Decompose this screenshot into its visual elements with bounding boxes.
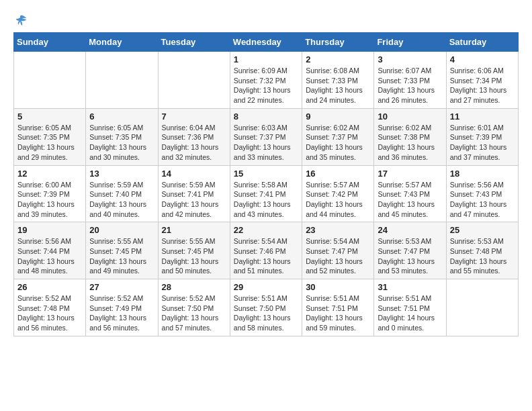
day-detail: Sunrise: 6:05 AM Sunset: 7:35 PM Dayligh… bbox=[17, 123, 82, 163]
day-number: 11 bbox=[450, 111, 515, 122]
day-number: 8 bbox=[234, 111, 298, 122]
day-detail: Sunrise: 6:05 AM Sunset: 7:35 PM Dayligh… bbox=[89, 123, 154, 163]
calendar-cell: 21Sunrise: 5:55 AM Sunset: 7:45 PM Dayli… bbox=[158, 222, 230, 279]
calendar-cell: 24Sunrise: 5:53 AM Sunset: 7:47 PM Dayli… bbox=[374, 222, 446, 279]
calendar-cell: 5Sunrise: 6:05 AM Sunset: 7:35 PM Daylig… bbox=[14, 108, 86, 165]
calendar-cell: 4Sunrise: 6:06 AM Sunset: 7:34 PM Daylig… bbox=[446, 52, 518, 109]
day-detail: Sunrise: 5:55 AM Sunset: 7:45 PM Dayligh… bbox=[162, 236, 226, 276]
calendar-cell: 17Sunrise: 5:57 AM Sunset: 7:43 PM Dayli… bbox=[374, 165, 446, 222]
day-number: 18 bbox=[450, 169, 515, 179]
day-detail: Sunrise: 5:54 AM Sunset: 7:46 PM Dayligh… bbox=[234, 236, 298, 276]
day-detail: Sunrise: 6:06 AM Sunset: 7:34 PM Dayligh… bbox=[450, 66, 515, 105]
day-number: 24 bbox=[378, 225, 442, 235]
day-detail: Sunrise: 5:57 AM Sunset: 7:42 PM Dayligh… bbox=[306, 180, 370, 220]
day-detail: Sunrise: 5:55 AM Sunset: 7:45 PM Dayligh… bbox=[89, 236, 154, 276]
calendar-cell: 7Sunrise: 6:04 AM Sunset: 7:36 PM Daylig… bbox=[158, 108, 230, 165]
day-detail: Sunrise: 5:52 AM Sunset: 7:48 PM Dayligh… bbox=[17, 293, 82, 333]
day-number: 21 bbox=[162, 225, 226, 235]
day-number: 1 bbox=[234, 54, 298, 64]
calendar-cell: 6Sunrise: 6:05 AM Sunset: 7:35 PM Daylig… bbox=[86, 108, 158, 165]
day-detail: Sunrise: 6:09 AM Sunset: 7:32 PM Dayligh… bbox=[234, 66, 298, 105]
calendar-cell: 22Sunrise: 5:54 AM Sunset: 7:46 PM Dayli… bbox=[230, 222, 302, 279]
calendar-week-row: 1Sunrise: 6:09 AM Sunset: 7:32 PM Daylig… bbox=[14, 52, 519, 109]
calendar-cell: 25Sunrise: 5:53 AM Sunset: 7:48 PM Dayli… bbox=[446, 222, 518, 279]
day-number: 29 bbox=[234, 282, 298, 292]
day-number: 6 bbox=[89, 111, 154, 122]
calendar-cell: 23Sunrise: 5:54 AM Sunset: 7:47 PM Dayli… bbox=[302, 222, 374, 279]
day-number: 26 bbox=[17, 282, 82, 292]
header-monday: Monday bbox=[86, 33, 158, 52]
calendar-cell: 16Sunrise: 5:57 AM Sunset: 7:42 PM Dayli… bbox=[302, 165, 374, 222]
day-detail: Sunrise: 6:02 AM Sunset: 7:38 PM Dayligh… bbox=[378, 123, 442, 163]
day-detail: Sunrise: 5:53 AM Sunset: 7:48 PM Dayligh… bbox=[450, 236, 515, 276]
day-number: 14 bbox=[162, 169, 226, 179]
day-number: 30 bbox=[306, 282, 370, 292]
day-number: 17 bbox=[378, 169, 442, 179]
day-detail: Sunrise: 6:04 AM Sunset: 7:36 PM Dayligh… bbox=[162, 123, 226, 163]
day-detail: Sunrise: 6:08 AM Sunset: 7:33 PM Dayligh… bbox=[306, 66, 370, 105]
logo-bird-icon bbox=[14, 13, 29, 28]
day-number: 16 bbox=[306, 169, 370, 179]
day-number: 12 bbox=[17, 169, 82, 179]
calendar-cell: 8Sunrise: 6:03 AM Sunset: 7:37 PM Daylig… bbox=[230, 108, 302, 165]
calendar-week-row: 5Sunrise: 6:05 AM Sunset: 7:35 PM Daylig… bbox=[14, 108, 519, 165]
day-detail: Sunrise: 5:51 AM Sunset: 7:51 PM Dayligh… bbox=[378, 293, 442, 333]
day-detail: Sunrise: 5:52 AM Sunset: 7:49 PM Dayligh… bbox=[89, 293, 154, 333]
calendar-week-row: 19Sunrise: 5:56 AM Sunset: 7:44 PM Dayli… bbox=[14, 222, 519, 279]
calendar-cell bbox=[86, 52, 158, 109]
calendar-cell: 1Sunrise: 6:09 AM Sunset: 7:32 PM Daylig… bbox=[230, 52, 302, 109]
day-number: 20 bbox=[89, 225, 154, 235]
day-detail: Sunrise: 6:03 AM Sunset: 7:37 PM Dayligh… bbox=[234, 123, 298, 163]
header-saturday: Saturday bbox=[446, 33, 518, 52]
day-detail: Sunrise: 5:52 AM Sunset: 7:50 PM Dayligh… bbox=[162, 293, 226, 333]
day-number: 15 bbox=[234, 169, 298, 179]
header-wednesday: Wednesday bbox=[230, 33, 302, 52]
day-number: 27 bbox=[89, 282, 154, 292]
calendar-cell: 2Sunrise: 6:08 AM Sunset: 7:33 PM Daylig… bbox=[302, 52, 374, 109]
header-thursday: Thursday bbox=[302, 33, 374, 52]
day-number: 23 bbox=[306, 225, 370, 235]
day-detail: Sunrise: 5:59 AM Sunset: 7:41 PM Dayligh… bbox=[162, 180, 226, 220]
calendar-cell: 10Sunrise: 6:02 AM Sunset: 7:38 PM Dayli… bbox=[374, 108, 446, 165]
calendar-cell: 26Sunrise: 5:52 AM Sunset: 7:48 PM Dayli… bbox=[14, 279, 86, 336]
calendar-cell: 12Sunrise: 6:00 AM Sunset: 7:39 PM Dayli… bbox=[14, 165, 86, 222]
day-detail: Sunrise: 5:54 AM Sunset: 7:47 PM Dayligh… bbox=[306, 236, 370, 276]
day-detail: Sunrise: 5:57 AM Sunset: 7:43 PM Dayligh… bbox=[378, 180, 442, 220]
calendar-cell bbox=[158, 52, 230, 109]
day-number: 10 bbox=[378, 111, 442, 122]
calendar-week-row: 12Sunrise: 6:00 AM Sunset: 7:39 PM Dayli… bbox=[14, 165, 519, 222]
header-friday: Friday bbox=[374, 33, 446, 52]
calendar-table: SundayMondayTuesdayWednesdayThursdayFrid… bbox=[13, 32, 519, 336]
day-number: 7 bbox=[162, 111, 226, 122]
day-detail: Sunrise: 5:56 AM Sunset: 7:43 PM Dayligh… bbox=[450, 180, 515, 220]
calendar-cell: 11Sunrise: 6:01 AM Sunset: 7:39 PM Dayli… bbox=[446, 108, 518, 165]
header-tuesday: Tuesday bbox=[158, 33, 230, 52]
day-detail: Sunrise: 5:51 AM Sunset: 7:50 PM Dayligh… bbox=[234, 293, 298, 333]
header-sunday: Sunday bbox=[14, 33, 86, 52]
day-detail: Sunrise: 5:56 AM Sunset: 7:44 PM Dayligh… bbox=[17, 236, 82, 276]
calendar-cell: 9Sunrise: 6:02 AM Sunset: 7:37 PM Daylig… bbox=[302, 108, 374, 165]
calendar-cell: 3Sunrise: 6:07 AM Sunset: 7:33 PM Daylig… bbox=[374, 52, 446, 109]
calendar-cell: 18Sunrise: 5:56 AM Sunset: 7:43 PM Dayli… bbox=[446, 165, 518, 222]
day-detail: Sunrise: 5:51 AM Sunset: 7:51 PM Dayligh… bbox=[306, 293, 370, 333]
day-detail: Sunrise: 5:53 AM Sunset: 7:47 PM Dayligh… bbox=[378, 236, 442, 276]
calendar-cell: 27Sunrise: 5:52 AM Sunset: 7:49 PM Dayli… bbox=[86, 279, 158, 336]
calendar-cell: 28Sunrise: 5:52 AM Sunset: 7:50 PM Dayli… bbox=[158, 279, 230, 336]
calendar-cell: 14Sunrise: 5:59 AM Sunset: 7:41 PM Dayli… bbox=[158, 165, 230, 222]
day-detail: Sunrise: 6:07 AM Sunset: 7:33 PM Dayligh… bbox=[378, 66, 442, 105]
day-number: 19 bbox=[17, 225, 82, 235]
day-number: 9 bbox=[306, 111, 370, 122]
day-number: 3 bbox=[378, 54, 442, 64]
calendar-cell: 15Sunrise: 5:58 AM Sunset: 7:41 PM Dayli… bbox=[230, 165, 302, 222]
day-number: 31 bbox=[378, 282, 442, 292]
day-number: 5 bbox=[17, 111, 82, 122]
calendar-cell bbox=[446, 279, 518, 336]
day-number: 2 bbox=[306, 54, 370, 64]
day-number: 25 bbox=[450, 225, 515, 235]
calendar-cell: 13Sunrise: 5:59 AM Sunset: 7:40 PM Dayli… bbox=[86, 165, 158, 222]
calendar-week-row: 26Sunrise: 5:52 AM Sunset: 7:48 PM Dayli… bbox=[14, 279, 519, 336]
day-detail: Sunrise: 5:58 AM Sunset: 7:41 PM Dayligh… bbox=[234, 180, 298, 220]
day-number: 22 bbox=[234, 225, 298, 235]
calendar-header-row: SundayMondayTuesdayWednesdayThursdayFrid… bbox=[14, 33, 519, 52]
logo bbox=[13, 13, 30, 26]
